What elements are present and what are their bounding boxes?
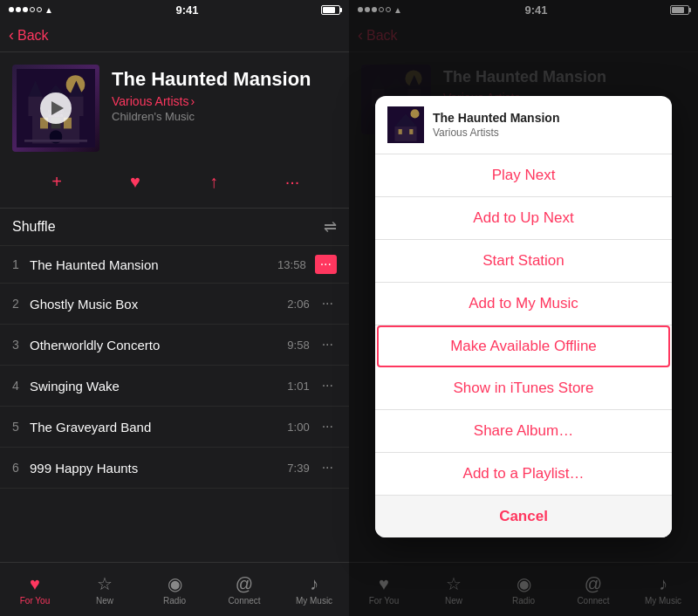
signal-dot-5 [37, 7, 42, 12]
context-item-show-in-itunes-store[interactable]: Show in iTunes Store [375, 367, 672, 410]
album-title-left: The Haunted Mansion [112, 68, 337, 91]
track-num-1: 1 [12, 257, 30, 271]
signal-dot-1 [9, 7, 14, 12]
album-art-left: THE HAUNTED MANSION [12, 65, 99, 152]
album-artist-left[interactable]: Various Artists › [112, 94, 337, 108]
signal-dots [9, 7, 42, 12]
tab-my-music-left[interactable]: ♪ My Music [279, 563, 349, 616]
for-you-label: For You [20, 596, 50, 606]
context-item-play-next[interactable]: Play Next [375, 154, 672, 197]
context-item-make-available-offline[interactable]: Make Available Offline [377, 325, 670, 367]
context-menu-overlay: The Haunted Mansion Various Artists Play… [349, 0, 698, 616]
context-menu-info: The Haunted Mansion Various Artists [433, 111, 559, 139]
context-album-title: The Haunted Mansion [433, 111, 559, 125]
track-name-3: Otherworldly Concerto [30, 338, 287, 352]
svg-rect-12 [24, 140, 87, 142]
album-info-left: The Haunted Mansion Various Artists › Ch… [112, 65, 337, 123]
track-row-2: 2 Ghostly Music Box 2:06 ··· [0, 284, 349, 325]
context-menu-items: Play Next Add to Up Next Start Station A… [375, 154, 672, 537]
track-num-5: 5 [12, 420, 30, 434]
context-album-artist: Various Artists [433, 127, 559, 139]
chevron-right-icon: › [190, 94, 195, 108]
play-triangle-icon [51, 101, 64, 115]
svg-rect-31 [399, 129, 402, 134]
tab-for-you-left[interactable]: ♥ For You [0, 563, 70, 616]
track-list: 1 The Haunted Mansion 13:58 ··· 2 Ghostl… [0, 246, 349, 562]
track-row-6: 6 999 Happy Haunts 7:39 ··· [0, 448, 349, 489]
context-album-art [387, 106, 424, 143]
svg-point-28 [410, 109, 419, 118]
track-duration-4: 1:01 [287, 380, 309, 393]
back-label-left: Back [17, 28, 49, 44]
track-row-5: 5 The Graveyard Band 1:00 ··· [0, 407, 349, 448]
track-more-button-6[interactable]: ··· [318, 456, 337, 479]
shuffle-label: Shuffle [12, 219, 56, 235]
context-item-add-to-playlist[interactable]: Add to a Playlist… [375, 453, 672, 496]
track-duration-1: 13:58 [277, 258, 306, 271]
status-right-left [321, 5, 340, 15]
context-item-add-to-my-music[interactable]: Add to My Music [375, 283, 672, 325]
tab-radio-left[interactable]: ◉ Radio [140, 563, 209, 616]
tab-new-left[interactable]: ☆ New [70, 563, 140, 616]
context-item-start-station[interactable]: Start Station [375, 240, 672, 283]
connect-icon: @ [236, 574, 253, 594]
track-row-1: 1 The Haunted Mansion 13:58 ··· [0, 246, 349, 284]
track-row-3: 3 Otherworldly Concerto 9:58 ··· [0, 325, 349, 366]
track-num-2: 2 [12, 297, 30, 311]
action-buttons-left: + ♥ ↑ ··· [0, 161, 349, 209]
track-more-button-4[interactable]: ··· [318, 374, 337, 397]
more-button-left[interactable]: ··· [277, 166, 308, 197]
add-button-left[interactable]: + [41, 166, 72, 197]
back-button-left[interactable]: ‹ Back [9, 26, 49, 44]
svg-rect-32 [409, 129, 413, 134]
battery-fill-left [323, 7, 335, 13]
heart-button-left[interactable]: ♥ [120, 166, 151, 197]
battery-icon-left [321, 5, 340, 15]
ellipsis-icon: ··· [285, 172, 300, 192]
add-icon: + [51, 172, 62, 192]
context-item-add-to-up-next[interactable]: Add to Up Next [375, 197, 672, 240]
connect-label: Connect [228, 596, 260, 606]
signal-dot-3 [23, 7, 28, 12]
album-art-inner: THE HAUNTED MANSION [12, 65, 99, 152]
new-icon: ☆ [97, 573, 113, 594]
shuffle-icon[interactable]: ⇌ [324, 217, 337, 236]
wifi-icon: ▲ [44, 5, 53, 15]
share-icon: ↑ [209, 172, 218, 192]
track-name-4: Swinging Wake [30, 379, 287, 394]
context-cancel-button[interactable]: Cancel [375, 496, 672, 537]
tab-connect-left[interactable]: @ Connect [209, 563, 279, 616]
track-name-6: 999 Happy Haunts [30, 461, 287, 476]
track-name-2: Ghostly Music Box [30, 297, 287, 311]
track-duration-6: 7:39 [287, 462, 309, 475]
track-name-5: The Graveyard Band [30, 420, 287, 435]
track-more-button-5[interactable]: ··· [318, 415, 337, 438]
track-more-button-3[interactable]: ··· [318, 333, 337, 356]
context-item-share-album[interactable]: Share Album… [375, 410, 672, 453]
my-music-label: My Music [296, 596, 332, 606]
track-num-3: 3 [12, 338, 30, 352]
track-duration-2: 2:06 [287, 298, 309, 311]
track-more-button-1[interactable]: ··· [315, 255, 337, 274]
track-num-4: 4 [12, 379, 30, 393]
track-num-6: 6 [12, 461, 30, 475]
play-button-left[interactable] [40, 92, 72, 124]
context-album-art-svg [387, 106, 424, 143]
radio-icon: ◉ [168, 573, 182, 594]
shuffle-row: Shuffle ⇌ [0, 209, 349, 246]
status-bar-left: ▲ 9:41 [0, 0, 349, 19]
right-panel: ▲ 9:41 ‹ Back [349, 0, 698, 616]
chevron-left-icon: ‹ [9, 26, 14, 44]
svg-rect-29 [394, 127, 416, 141]
share-button-left[interactable]: ↑ [198, 166, 229, 197]
track-duration-5: 1:00 [287, 421, 309, 434]
new-label: New [96, 596, 113, 606]
context-menu-header: The Haunted Mansion Various Artists [375, 96, 672, 154]
status-time-left: 9:41 [175, 3, 198, 17]
for-you-icon: ♥ [30, 574, 40, 594]
left-panel: ▲ 9:41 ‹ Back [0, 0, 349, 616]
track-name-1: The Haunted Mansion [30, 257, 277, 272]
my-music-icon: ♪ [310, 574, 318, 594]
track-more-button-2[interactable]: ··· [318, 292, 337, 315]
tab-bar-left: ♥ For You ☆ New ◉ Radio @ Connect ♪ My M… [0, 562, 349, 616]
